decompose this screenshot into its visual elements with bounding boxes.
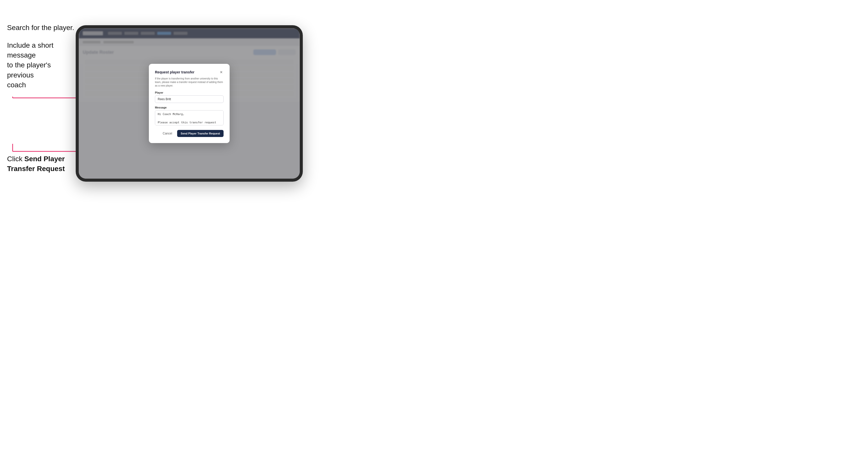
instruction-click: Click Send Player Transfer Request <box>7 154 73 174</box>
player-input[interactable] <box>155 95 223 103</box>
close-icon[interactable]: ✕ <box>219 70 223 74</box>
instruction-message: Include a short message to the player's … <box>7 40 73 90</box>
tablet-device: Update Roster <box>76 25 303 182</box>
modal-header: Request player transfer ✕ <box>155 70 223 74</box>
player-field-label: Player <box>155 91 223 94</box>
message-textarea[interactable]: Hi Coach McHarg, Please accept this tran… <box>155 110 223 125</box>
modal-overlay: Request player transfer ✕ If the player … <box>79 28 300 179</box>
modal-description: If the player is transferring from anoth… <box>155 77 223 88</box>
modal-actions: Cancel Send Player Transfer Request <box>155 130 223 137</box>
instruction-search: Search for the player. <box>7 23 74 33</box>
send-transfer-request-button[interactable]: Send Player Transfer Request <box>177 130 223 137</box>
modal-title: Request player transfer <box>155 70 194 74</box>
transfer-request-modal: Request player transfer ✕ If the player … <box>149 64 229 143</box>
tablet-screen: Update Roster <box>79 28 300 179</box>
message-field-label: Message <box>155 106 223 109</box>
cancel-button[interactable]: Cancel <box>160 130 175 137</box>
